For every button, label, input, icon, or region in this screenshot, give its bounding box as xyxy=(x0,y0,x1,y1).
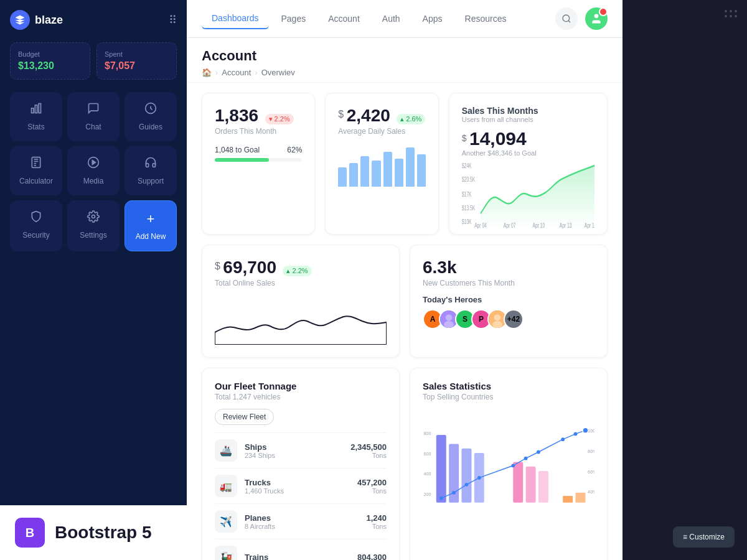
svg-text:100%: 100% xyxy=(588,428,594,434)
sidebar-item-stats[interactable]: Stats xyxy=(10,92,62,141)
mini-bar-3 xyxy=(360,156,369,187)
svg-rect-2 xyxy=(39,104,40,113)
dot-8 xyxy=(561,437,565,441)
user-avatar[interactable] xyxy=(585,7,608,30)
svg-point-29 xyxy=(494,314,501,321)
sidebar-item-settings[interactable]: Settings xyxy=(67,200,120,251)
dot-1 xyxy=(439,497,443,500)
sales-month-number-row: $ 14,094 xyxy=(462,128,594,149)
menu-icon[interactable]: ⠿ xyxy=(169,13,177,27)
bootstrap-text: Bootstrap 5 xyxy=(55,523,152,543)
sidebar-item-media[interactable]: Media xyxy=(67,146,120,195)
dots-row-1 xyxy=(725,10,737,12)
dot-9 xyxy=(574,432,578,436)
sidebar-item-guides[interactable]: Guides xyxy=(125,92,177,141)
mini-bar-8 xyxy=(417,154,426,187)
nav-link-pages[interactable]: Pages xyxy=(271,9,316,29)
svg-text:$13.5K: $13.5K xyxy=(462,205,475,212)
nav-link-account[interactable]: Account xyxy=(318,9,370,29)
planes-icon: ✈️ xyxy=(215,510,237,533)
spent-value: $7,057 xyxy=(105,60,169,72)
trains-name: Trains xyxy=(245,553,350,561)
bar-8 xyxy=(563,496,573,503)
review-fleet-button[interactable]: Review Fleet xyxy=(215,409,274,425)
daily-sales-number: 2,420 xyxy=(347,106,390,125)
logo-text: blaze xyxy=(35,14,63,27)
daily-sales-badge: ▴ 2.6% xyxy=(397,114,425,124)
sidebar-item-add-new[interactable]: + Add New xyxy=(125,200,177,251)
dot-3 xyxy=(465,483,469,487)
svg-text:$20.5K: $20.5K xyxy=(462,176,475,184)
budget-cards: Budget $13,230 Spent $7,057 xyxy=(10,42,177,80)
dot xyxy=(725,15,727,17)
dot-5 xyxy=(511,464,515,467)
progress-percent: 62% xyxy=(287,146,302,154)
customers-card: 6.3k New Customers This Month Today's He… xyxy=(410,245,608,358)
total-sales-row: $ 69,700 ▴ 2.2% xyxy=(215,258,387,278)
planes-info: Planes 8 Aircrafts xyxy=(245,513,359,530)
wave-chart-svg xyxy=(215,295,387,345)
nav-link-resources[interactable]: Resources xyxy=(455,9,517,29)
fleet-item-trains: 🚂 Trains 804,300 xyxy=(215,539,387,560)
trucks-count: 1,460 Trucks xyxy=(245,487,350,495)
calculator-label: Calculator xyxy=(19,177,53,185)
calculator-icon xyxy=(30,156,42,172)
nav-link-auth[interactable]: Auth xyxy=(372,9,410,29)
svg-text:800: 800 xyxy=(423,431,431,436)
ships-icon: 🚢 xyxy=(215,439,237,462)
heroes-section: Today's Heroes A S P +42 xyxy=(423,295,594,329)
total-sales-number: 69,700 xyxy=(223,258,276,277)
trains-value: 804,300 xyxy=(357,553,387,561)
chat-label: Chat xyxy=(85,123,101,131)
heroes-avatars: A S P +42 xyxy=(423,309,594,329)
logo-icon xyxy=(10,10,30,30)
sidebar-item-security[interactable]: Security xyxy=(10,200,62,251)
security-label: Security xyxy=(22,231,49,240)
bar-7 xyxy=(538,471,548,503)
sales-month-number: 14,094 xyxy=(469,128,527,149)
total-sales-badge: ▴ 2.2% xyxy=(283,266,311,276)
sales-month-prefix: $ xyxy=(462,133,467,143)
sidebar-item-chat[interactable]: Chat xyxy=(67,92,120,141)
stats-row-1: 1,836 ▾ 2.2% Orders This Month 1,048 to … xyxy=(202,93,608,235)
breadcrumb-overwiev: Overwiev xyxy=(261,68,295,77)
progress-bar-bg xyxy=(215,158,302,162)
nav-link-apps[interactable]: Apps xyxy=(413,9,453,29)
nav-link-dashboards[interactable]: Dashboards xyxy=(202,8,269,29)
svg-text:Apr 07: Apr 07 xyxy=(504,222,516,229)
ships-name: Ships xyxy=(245,442,343,452)
nav-grid-2: Calculator Media Support xyxy=(10,146,177,195)
page-title: Account xyxy=(202,48,608,64)
bar-5 xyxy=(513,462,523,502)
search-button[interactable] xyxy=(555,7,578,30)
progress-row: 1,048 to Goal 62% xyxy=(215,146,302,154)
page-header: Account 🏠 › Account › Overwiev xyxy=(187,38,622,83)
svg-point-27 xyxy=(444,321,454,329)
ships-count: 234 Ships xyxy=(245,452,343,459)
mini-bar-7 xyxy=(406,147,415,187)
budget-card: Budget $13,230 xyxy=(10,42,90,80)
orders-badge: ▾ 2.2% xyxy=(265,114,294,124)
topnav-actions xyxy=(555,7,608,30)
nav-grid-3: Security Settings + Add New xyxy=(10,200,177,251)
settings-label: Settings xyxy=(80,231,106,240)
svg-line-13 xyxy=(568,21,570,22)
progress-section: 1,048 to Goal 62% xyxy=(215,146,302,162)
sidebar-item-support[interactable]: Support xyxy=(125,146,177,195)
breadcrumb-home: 🏠 xyxy=(202,68,212,77)
breadcrumb-sep-1: › xyxy=(215,68,218,77)
planes-value: 1,240 Tons xyxy=(366,513,387,530)
total-sales-card: $ 69,700 ▴ 2.2% Total Online Sales xyxy=(202,245,400,358)
breadcrumb: 🏠 › Account › Overwiev xyxy=(202,68,608,77)
customize-button[interactable]: ≡ Customize xyxy=(673,526,735,548)
sales-stats-title: Sales Statistics xyxy=(423,381,594,391)
svg-text:600: 600 xyxy=(423,451,431,457)
dot xyxy=(730,10,732,12)
stats-label: Stats xyxy=(27,123,44,131)
ships-value: 2,345,500 Tons xyxy=(350,442,387,459)
right-panel: ≡ Customize xyxy=(622,0,747,560)
svg-text:$10K: $10K xyxy=(462,218,472,226)
sidebar-item-calculator[interactable]: Calculator xyxy=(10,146,62,195)
trucks-name: Trucks xyxy=(245,478,350,487)
fleet-card: Our Fleet Tonnage Total 1,247 vehicles R… xyxy=(202,368,400,560)
